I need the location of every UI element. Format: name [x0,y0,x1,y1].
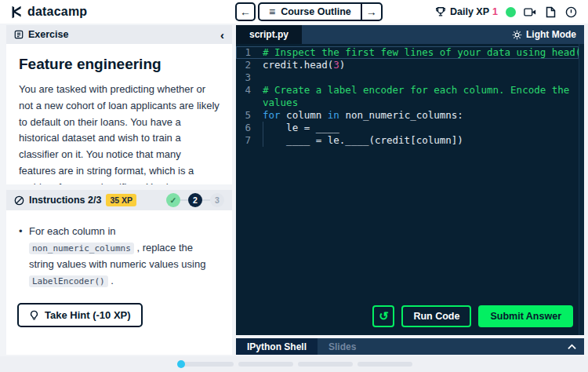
line-number [236,97,263,109]
exercise-progress-strip [0,356,588,372]
progress-pill-1[interactable] [179,362,234,367]
console-tab-bar: IPython Shell Slides [236,338,584,355]
inline-code: LabelEncoder() [29,275,108,287]
right-arrow-icon: → [366,5,377,18]
panel-divider [6,184,232,190]
video-camera-icon[interactable] [524,5,536,18]
left-arrow-icon: ← [240,5,251,18]
light-mode-label: Light Mode [526,29,576,40]
editor-scrollbar[interactable] [579,44,584,335]
progress-pill-2[interactable] [238,362,293,367]
tab-script-py[interactable]: script.py [236,25,302,44]
trophy-icon [434,5,447,18]
chevron-up-icon [568,344,576,350]
light-mode-toggle[interactable]: Light Mode [512,25,584,44]
datacamp-logo-icon [10,5,24,19]
progress-pill-4[interactable] [358,362,412,367]
expand-console-button[interactable] [568,338,584,355]
file-icon[interactable] [544,5,557,18]
instructions-icon [14,195,24,206]
code-text: # Inspect the first few lines of your da… [263,46,584,59]
exercise-progress-pills [179,362,412,367]
topbar-right: Daily XP 1 [434,5,588,18]
instructions-list: For each column in non_numeric_columns ,… [17,223,220,289]
take-hint-label: Take Hint (-10 XP) [45,309,131,321]
progress-dot [177,360,185,368]
course-outline-label: Course Outline [281,6,351,17]
main-region: Exercise ‹ Feature engineering You are t… [0,24,588,356]
previous-exercise-button[interactable]: ← [235,2,256,21]
code-text: # Create a label encoder for each column… [263,84,584,97]
step-connector [202,199,210,201]
code-text: credit.head(3) [263,59,584,71]
code-lines: 1# Inspect the first few lines of your d… [236,44,584,147]
editor-tab-bar: script.py Light Mode [236,25,584,44]
code-text: for column in non_numeric_columns: [263,109,584,122]
session-status-dot [506,7,516,17]
code-line[interactable]: 1# Inspect the first few lines of your d… [236,46,579,59]
line-number: 1 [236,46,263,59]
ipython-shell-label: IPython Shell [247,341,307,352]
code-line[interactable]: 5for column in non_numeric_columns: [236,109,584,122]
xp-badge: 35 XP [106,194,136,206]
progress-pill-3[interactable] [298,362,353,367]
code-line[interactable]: 3 [236,71,584,84]
sun-icon [512,30,522,40]
exercise-content: Feature engineering You are tasked with … [6,44,232,184]
code-line[interactable]: values [236,97,584,109]
menu-icon: ≡ [269,5,275,18]
slides-label: Slides [328,341,356,352]
tab-ipython-shell[interactable]: IPython Shell [236,338,318,355]
exercise-title: Feature engineering [19,56,220,73]
instruction-item: For each column in non_numeric_columns ,… [17,223,220,289]
instruction-step-2[interactable]: 2 [188,193,202,207]
tab-slides[interactable]: Slides [318,338,367,355]
line-number: 5 [236,109,263,122]
instructions-title: Instructions 2/3 [29,195,101,206]
next-exercise-button[interactable]: → [361,4,381,20]
instruction-steps: ✓23 [166,193,224,207]
inline-code: non_numeric_columns [29,243,134,254]
code-text: values [263,97,584,109]
take-hint-button[interactable]: Take Hint (-10 XP) [17,303,143,327]
instructions-body: For each column in non_numeric_columns ,… [6,210,232,355]
code-text: ____ = le.____(credit[column]) [263,134,584,147]
datacamp-logo[interactable]: datacamp [0,5,87,19]
editor-tab-label: script.py [249,29,289,40]
code-text: le = ____ [263,122,584,134]
code-line[interactable]: 4# Create a label encoder for each colum… [236,84,584,97]
instruction-step-3[interactable]: 3 [210,193,224,207]
line-number: 6 [236,122,263,134]
line-number: 2 [236,59,263,71]
lightbulb-icon [29,310,39,321]
daily-xp-label: Daily XP [450,6,489,17]
collapse-panel-icon[interactable]: ‹ [220,29,224,41]
daily-xp-value: 1 [492,6,498,17]
datacamp-app: datacamp ← ≡ Course Outline → [0,0,588,372]
code-line[interactable]: 2credit.head(3) [236,59,584,71]
submit-answer-button[interactable]: Submit Answer [478,305,573,327]
instruction-step-1[interactable]: ✓ [166,193,180,207]
code-editor-panel: script.py Light Mode 1# Inspect the firs… [236,25,584,355]
editor-actions: ↺ Run Code Submit Answer [372,305,573,327]
reset-icon: ↺ [379,309,389,323]
daily-xp[interactable]: Daily XP 1 [434,5,498,18]
line-number: 7 [236,134,263,147]
course-outline-group: ≡ Course Outline → [258,2,383,21]
exercise-panel-title: Exercise [28,29,68,40]
reset-code-button[interactable]: ↺ [372,305,394,327]
line-number: 3 [236,71,263,84]
line-number: 4 [236,84,263,97]
code-text [263,71,584,84]
code-editor[interactable]: 1# Inspect the first few lines of your d… [236,44,584,335]
run-code-button[interactable]: Run Code [401,305,471,327]
top-bar: datacamp ← ≡ Course Outline → [0,0,588,24]
info-icon[interactable] [564,5,577,18]
course-navigation: ← ≡ Course Outline → [235,2,383,21]
course-outline-button[interactable]: ≡ Course Outline [260,4,361,20]
exercise-panel: Exercise ‹ Feature engineering You are t… [6,25,232,355]
instructions-header: Instructions 2/3 35 XP ✓23 [6,190,232,210]
code-line[interactable]: 6 le = ____ [236,122,584,134]
step-connector [180,199,188,201]
code-line[interactable]: 7 ____ = le.____(credit[column]) [236,134,584,147]
